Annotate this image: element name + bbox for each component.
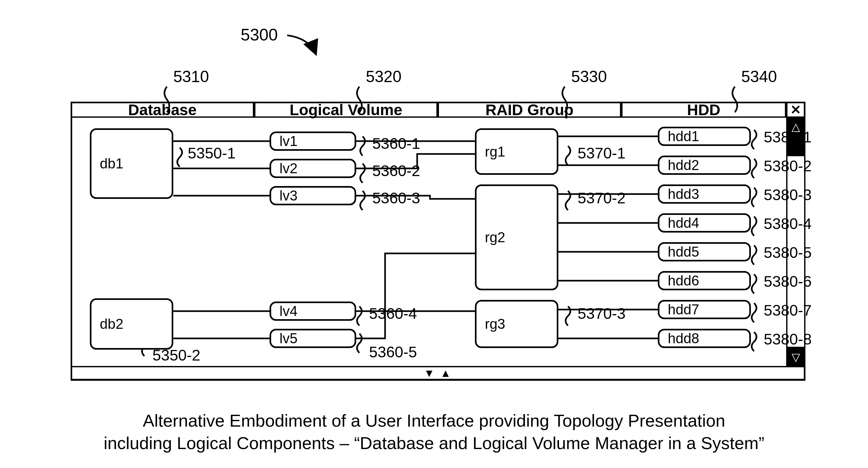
node-hdd3[interactable]: hdd3 bbox=[658, 184, 751, 204]
ref-hdd8: 5380-8 bbox=[764, 331, 811, 348]
ref-hdd1: 5380-1 bbox=[764, 128, 811, 146]
col-header-rg[interactable]: RAID Group bbox=[438, 102, 621, 118]
col-header-database[interactable]: Database bbox=[71, 102, 254, 118]
node-db2[interactable]: db2 bbox=[90, 298, 173, 350]
node-hdd5[interactable]: hdd5 bbox=[658, 242, 751, 261]
ref-lv1: 5360-1 bbox=[372, 135, 420, 152]
node-lv2[interactable]: lv2 bbox=[270, 159, 356, 178]
ref-rg2: 5370-2 bbox=[578, 189, 625, 207]
node-lv4[interactable]: lv4 bbox=[270, 302, 356, 321]
caption-line1: Alternative Embodiment of a User Interfa… bbox=[0, 411, 868, 431]
ref-hdd7: 5380-7 bbox=[764, 302, 811, 319]
node-hdd6[interactable]: hdd6 bbox=[658, 271, 751, 290]
ref-lv4: 5360-4 bbox=[369, 305, 417, 322]
ref-rg1: 5370-1 bbox=[578, 144, 625, 162]
col-header-lv[interactable]: Logical Volume bbox=[254, 102, 438, 118]
pager-bar[interactable]: ▼ ▲ bbox=[71, 366, 805, 380]
ref-hdd5: 5380-5 bbox=[764, 244, 811, 261]
ref-hdd6: 5380-6 bbox=[764, 273, 811, 290]
ref-hdd2: 5380-2 bbox=[764, 157, 811, 175]
node-lv5[interactable]: lv5 bbox=[270, 329, 356, 348]
ref-col-hdd: 5340 bbox=[741, 67, 777, 86]
ref-col-rg: 5330 bbox=[571, 67, 607, 86]
caption-line2: including Logical Components – “Database… bbox=[0, 433, 868, 453]
ref-rg3: 5370-3 bbox=[578, 305, 625, 322]
node-rg3[interactable]: rg3 bbox=[475, 300, 558, 348]
ref-col-database: 5310 bbox=[173, 67, 209, 86]
col-header-hdd[interactable]: HDD bbox=[621, 102, 786, 118]
node-db1[interactable]: db1 bbox=[90, 128, 173, 199]
ref-hdd3: 5380-3 bbox=[764, 186, 811, 204]
ref-lv5: 5360-5 bbox=[369, 343, 417, 361]
ref-db1: 5350-1 bbox=[188, 144, 236, 162]
ref-lv3: 5360-3 bbox=[372, 189, 420, 207]
ref-lv2: 5360-2 bbox=[372, 162, 420, 180]
node-rg2[interactable]: rg2 bbox=[475, 184, 558, 290]
node-rg1[interactable]: rg1 bbox=[475, 128, 558, 175]
ref-main: 5300 bbox=[241, 25, 278, 44]
node-hdd7[interactable]: hdd7 bbox=[658, 300, 751, 319]
ref-db2: 5350-2 bbox=[152, 346, 200, 364]
node-hdd1[interactable]: hdd1 bbox=[658, 127, 751, 146]
node-hdd4[interactable]: hdd4 bbox=[658, 213, 751, 232]
scroll-down-button[interactable]: ▽ bbox=[786, 348, 805, 366]
node-hdd2[interactable]: hdd2 bbox=[658, 156, 751, 175]
node-lv1[interactable]: lv1 bbox=[270, 131, 356, 151]
node-hdd8[interactable]: hdd8 bbox=[658, 329, 751, 348]
ref-hdd4: 5380-4 bbox=[764, 215, 811, 232]
ref-col-lv: 5320 bbox=[366, 67, 401, 86]
node-lv3[interactable]: lv3 bbox=[270, 186, 356, 205]
close-button[interactable]: ✕ bbox=[786, 102, 805, 118]
